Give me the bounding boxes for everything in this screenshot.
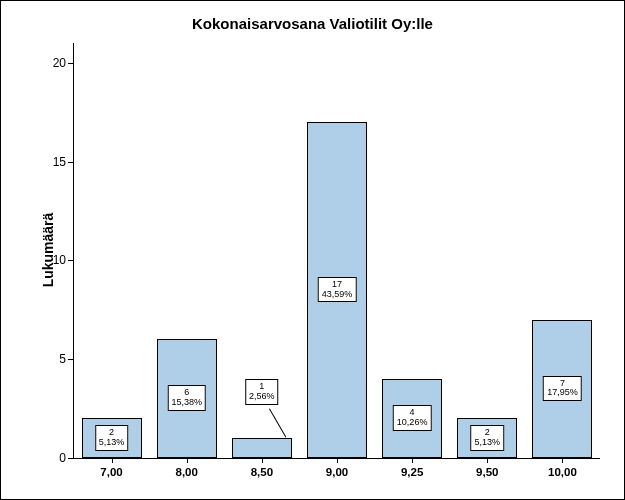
ytick-label: 10	[53, 253, 66, 267]
ytick-label: 0	[59, 451, 66, 465]
bar-percent: 17,95%	[547, 387, 578, 397]
bars-container: 25,13%615,38%12,56%1743,59%410,26%25,13%…	[74, 43, 600, 458]
plot-area: 25,13%615,38%12,56%1743,59%410,26%25,13%…	[73, 43, 600, 459]
ytick-mark	[68, 162, 74, 163]
ytick-mark	[68, 458, 74, 459]
xtick-mark	[337, 458, 338, 463]
xtick-label: 9,50	[476, 466, 498, 478]
leader-line	[269, 409, 286, 438]
bar-percent: 2,56%	[249, 391, 275, 401]
bar-count: 17	[332, 279, 342, 289]
bar-percent: 5,13%	[99, 437, 125, 447]
bar-count: 4	[410, 407, 415, 417]
ytick-label: 15	[53, 155, 66, 169]
xtick-label: 7,00	[100, 466, 122, 478]
xtick-mark	[412, 458, 413, 463]
xtick-label: 10,00	[548, 466, 577, 478]
bar-slot: 12,56%	[224, 43, 299, 458]
bar-slot: 25,13%	[74, 43, 149, 458]
y-axis-label: Lukumäärä	[40, 213, 56, 288]
bar-count: 6	[184, 387, 189, 397]
bar-data-label: 410,26%	[393, 405, 432, 431]
bar	[232, 438, 292, 458]
xtick-label: 8,00	[176, 466, 198, 478]
ytick-label: 20	[53, 56, 66, 70]
xtick-mark	[262, 458, 263, 463]
bar-percent: 15,38%	[171, 397, 202, 407]
bar-slot: 615,38%	[149, 43, 224, 458]
chart-title: Kokonaisarvosana Valiotilit Oy:lle	[1, 15, 624, 32]
bar-slot: 717,95%	[525, 43, 600, 458]
xtick-mark	[112, 458, 113, 463]
xtick-label: 8,50	[251, 466, 273, 478]
bar-percent: 10,26%	[397, 417, 428, 427]
xtick-label: 9,00	[326, 466, 348, 478]
bar-count: 2	[485, 427, 490, 437]
bar-data-label: 717,95%	[543, 376, 582, 402]
bar-data-label: 1743,59%	[318, 277, 357, 303]
bar-slot: 1743,59%	[299, 43, 374, 458]
chart-frame: Kokonaisarvosana Valiotilit Oy:lle Lukum…	[0, 0, 625, 500]
ytick-mark	[68, 260, 74, 261]
bar-slot: 410,26%	[375, 43, 450, 458]
bar-count: 1	[259, 381, 264, 391]
bar-data-label: 25,13%	[95, 425, 129, 451]
ytick-mark	[68, 63, 74, 64]
xtick-mark	[562, 458, 563, 463]
bar-data-label: 12,56%	[245, 379, 279, 405]
ytick-mark	[68, 359, 74, 360]
bar-slot: 25,13%	[450, 43, 525, 458]
bar-count: 7	[560, 378, 565, 388]
bar-data-label: 25,13%	[471, 425, 505, 451]
ytick-label: 5	[59, 352, 66, 366]
bar-percent: 43,59%	[322, 289, 353, 299]
xtick-mark	[187, 458, 188, 463]
xtick-label: 9,25	[401, 466, 423, 478]
bar-data-label: 615,38%	[167, 385, 206, 411]
bar-percent: 5,13%	[475, 437, 501, 447]
bar-count: 2	[109, 427, 114, 437]
xtick-mark	[487, 458, 488, 463]
